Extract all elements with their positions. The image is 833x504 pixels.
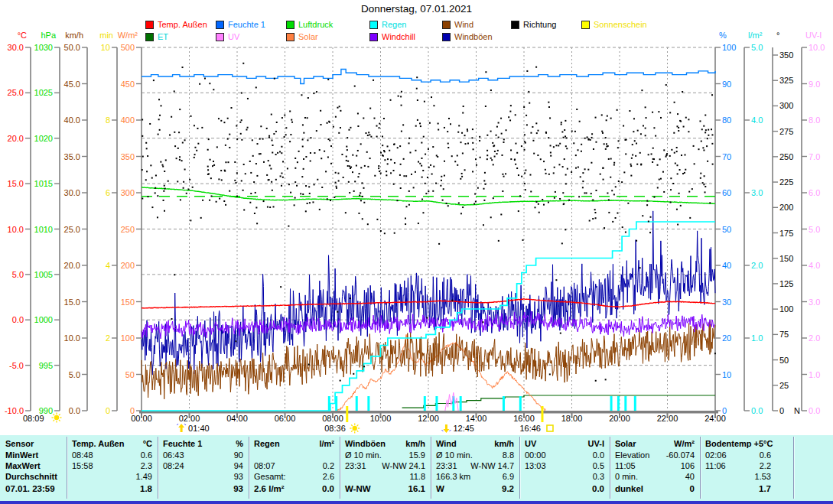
svg-text:350: 350: [121, 152, 135, 161]
richtung-dot: [302, 124, 304, 125]
richtung-dot: [255, 206, 257, 208]
richtung-dot: [442, 200, 444, 201]
richtung-dot: [343, 177, 344, 178]
richtung-dot: [325, 171, 327, 172]
richtung-dot: [346, 146, 347, 148]
richtung-dot: [339, 106, 340, 107]
richtung-dot: [682, 91, 683, 93]
rain-bar: [634, 396, 636, 411]
richtung-dot: [403, 175, 405, 177]
richtung-dot: [645, 128, 646, 129]
richtung-dot: [685, 117, 687, 119]
richtung-dot: [508, 116, 509, 118]
richtung-dot: [529, 174, 531, 176]
richtung-dot: [360, 143, 362, 145]
stats-value-cell: 06:4390: [158, 450, 249, 460]
richtung-dot: [360, 167, 362, 168]
richtung-dot: [294, 158, 296, 159]
richtung-dot: [435, 183, 437, 184]
svg-text:6: 6: [106, 188, 110, 197]
svg-text:80: 80: [722, 115, 731, 125]
richtung-dot: [709, 202, 711, 203]
richtung-dot: [153, 80, 155, 81]
richtung-dot: [640, 164, 642, 165]
richtung-dot: [444, 161, 445, 162]
richtung-dot: [348, 181, 350, 183]
richtung-dot: [346, 160, 347, 161]
richtung-dot: [390, 99, 392, 101]
svg-text:20:00: 20:00: [609, 414, 630, 423]
richtung-dot: [420, 125, 421, 127]
svg-text:50.0: 50.0: [64, 43, 80, 52]
richtung-dot: [646, 117, 647, 119]
richtung-dot: [476, 164, 477, 166]
richtung-dot: [316, 130, 317, 132]
svg-text:1.0: 1.0: [751, 333, 763, 343]
richtung-dot: [357, 150, 359, 151]
richtung-dot: [688, 119, 689, 120]
richtung-dot: [225, 161, 226, 163]
richtung-dot: [592, 199, 594, 200]
rain-bar: [424, 396, 426, 411]
richtung-dot: [623, 125, 624, 127]
richtung-dot: [216, 146, 218, 148]
richtung-dot: [497, 150, 499, 151]
richtung-dot: [565, 229, 566, 230]
richtung-dot: [525, 189, 526, 190]
moonset-icon: [443, 424, 449, 433]
svg-text:350: 350: [779, 50, 793, 60]
richtung-dot: [660, 117, 662, 119]
richtung-dot: [245, 173, 246, 174]
richtung-dot: [601, 114, 603, 115]
richtung-dot: [268, 160, 269, 161]
richtung-dot: [327, 138, 329, 140]
svg-text:min: min: [99, 31, 113, 40]
richtung-dot: [256, 223, 258, 224]
svg-text:00:00: 00:00: [131, 414, 152, 423]
stats-column-header: Bodentemp +5°C: [700, 437, 776, 450]
svg-text:325: 325: [779, 76, 793, 85]
svg-text:3.0: 3.0: [751, 188, 763, 197]
richtung-dot: [291, 119, 292, 121]
richtung-dot: [223, 200, 225, 202]
richtung-dot: [177, 180, 178, 182]
richtung-dot: [653, 127, 655, 128]
richtung-dot: [636, 143, 637, 145]
richtung-dot: [665, 154, 667, 156]
svg-text:4: 4: [106, 261, 110, 270]
richtung-dot: [229, 134, 230, 135]
richtung-dot: [142, 156, 144, 158]
richtung-dot: [549, 117, 551, 119]
richtung-dot: [458, 203, 460, 204]
richtung-dot: [289, 110, 291, 112]
richtung-dot: [554, 167, 555, 168]
richtung-dot: [241, 139, 242, 141]
richtung-dot: [320, 110, 321, 112]
richtung-dot: [337, 107, 338, 109]
richtung-dot: [363, 187, 364, 189]
svg-text:8: 8: [106, 115, 110, 125]
svg-text:%: %: [719, 31, 727, 40]
richtung-dot: [522, 239, 524, 241]
richtung-dot: [538, 203, 539, 205]
svg-text:5.0: 5.0: [751, 43, 763, 52]
richtung-dot: [213, 161, 214, 162]
svg-text:0.0: 0.0: [12, 315, 24, 324]
richtung-dot: [179, 159, 181, 161]
richtung-dot: [179, 109, 181, 110]
richtung-dot: [184, 139, 186, 141]
richtung-dot: [659, 158, 661, 160]
richtung-dot: [580, 176, 581, 177]
richtung-dot: [683, 126, 685, 128]
richtung-dot: [473, 148, 474, 150]
svg-text:0: 0: [106, 406, 110, 415]
richtung-dot: [677, 113, 678, 115]
stats-value-cell: 93: [158, 471, 249, 482]
richtung-dot: [150, 164, 151, 166]
richtung-dot: [168, 180, 169, 182]
richtung-dot: [491, 159, 493, 161]
richtung-dot: [605, 379, 607, 380]
richtung-dot: [423, 136, 425, 138]
richtung-dot: [427, 177, 428, 178]
richtung-dot: [568, 200, 570, 201]
